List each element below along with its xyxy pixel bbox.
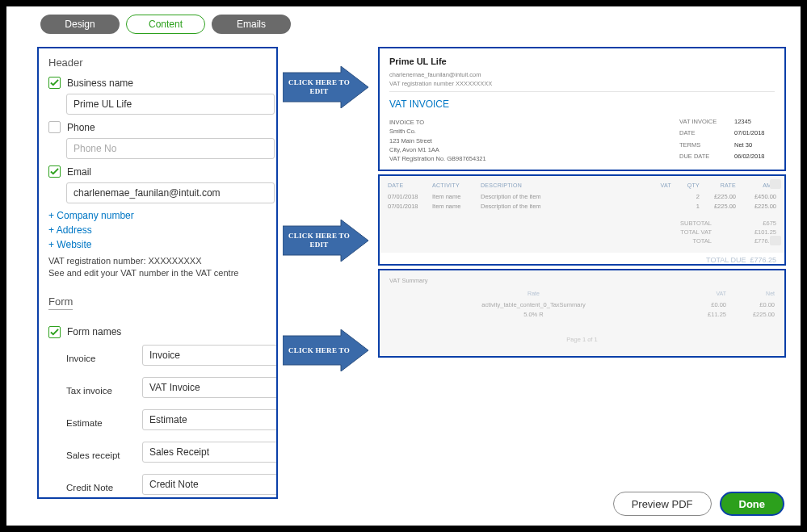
table-row: 07/01/2018 Item name Description of the …	[388, 203, 776, 210]
table-row: 07/01/2018 Item name Description of the …	[388, 193, 776, 200]
preview-doc-title: VAT INVOICE	[389, 98, 775, 110]
add-website-link[interactable]: + Website	[48, 239, 267, 250]
phone-checkbox[interactable]	[48, 121, 61, 133]
invoice-name-label: Invoice	[66, 354, 134, 363]
footer-actions: Preview PDF Done	[613, 492, 784, 516]
estimate-name-label: Estimate	[66, 418, 134, 428]
arrow-label: CLICK HERE TO	[283, 329, 368, 371]
tab-content[interactable]: Content	[126, 15, 205, 34]
business-name-input[interactable]	[66, 94, 275, 115]
pager-text: Page 1 of 1	[389, 336, 775, 343]
tab-design[interactable]: Design	[40, 15, 120, 34]
done-button[interactable]: Done	[720, 492, 785, 516]
sales-receipt-name-input[interactable]	[142, 442, 278, 463]
arrow-label: CLICK HERE TO EDIT	[283, 220, 368, 262]
table-row: 5.0% R £11.25 £225.00	[389, 311, 775, 318]
email-input[interactable]	[66, 182, 275, 203]
credit-note-name-input[interactable]	[142, 474, 278, 495]
pencil-icon[interactable]	[770, 179, 781, 189]
arrow-icon: CLICK HERE TO EDIT	[283, 220, 368, 262]
arrow-label: CLICK HERE TO EDIT	[283, 66, 368, 108]
preview-company: Prime UL Life	[389, 57, 775, 66]
business-name-checkbox[interactable]	[48, 77, 61, 89]
preview-email-line: charlenemae_faunilan@intuit.com	[389, 71, 775, 80]
vat-helper-text: VAT registration number: XXXXXXXXX See a…	[48, 255, 267, 279]
email-label: Email	[67, 166, 91, 178]
form-names-checkbox[interactable]	[48, 326, 61, 338]
preview-table-box[interactable]: DATE ACTIVITY DESCRIPTION VAT QTY RATE A…	[378, 174, 786, 266]
preview-billto: INVOICE TO Smith Co. 123 Main Street Cit…	[389, 118, 486, 163]
phone-label: Phone	[67, 122, 95, 133]
arrow-icon: CLICK HERE TO	[283, 329, 368, 371]
preview-summary-box[interactable]: VAT Summary Rate VAT Net activity_table_…	[378, 269, 786, 358]
tax-invoice-name-input[interactable]	[142, 377, 278, 398]
invoice-name-input[interactable]	[142, 345, 278, 366]
tax-invoice-name-label: Tax invoice	[66, 386, 134, 396]
preview-vat-line: VAT registration number XXXXXXXXX	[389, 80, 775, 89]
phone-input[interactable]	[66, 138, 275, 159]
form-names-label: Form names	[67, 326, 121, 337]
add-address-link[interactable]: + Address	[48, 224, 267, 236]
table-row: activity_table_content_0_TaxSummary £0.0…	[389, 301, 775, 308]
preview-total-due: TOTAL DUE £776.25	[380, 256, 784, 264]
header-section-title: Header	[48, 57, 267, 69]
form-section-title: Form	[48, 295, 73, 310]
add-company-number-link[interactable]: + Company number	[48, 210, 267, 221]
tab-bar: Design Content Emails	[6, 6, 801, 40]
pencil-icon[interactable]	[770, 236, 781, 245]
business-name-label: Business name	[67, 77, 133, 89]
sales-receipt-name-label: Sales receipt	[66, 450, 134, 460]
preview-header-box[interactable]: Prime UL Life charlenemae_faunilan@intui…	[378, 47, 786, 171]
credit-note-name-label: Credit Note	[66, 483, 134, 492]
invoice-preview: Prime UL Life charlenemae_faunilan@intui…	[378, 47, 786, 361]
tab-emails[interactable]: Emails	[212, 15, 291, 34]
estimate-name-input[interactable]	[142, 409, 278, 430]
arrow-icon: CLICK HERE TO EDIT	[283, 66, 368, 108]
settings-panel: Header Business name Phone Email + Compa…	[37, 47, 278, 499]
vat-summary-title: VAT Summary	[389, 277, 775, 284]
editor-window: Design Content Emails Header Business na…	[6, 6, 801, 526]
email-checkbox[interactable]	[48, 165, 61, 178]
preview-pdf-button[interactable]: Preview PDF	[613, 492, 712, 516]
preview-meta-grid: VAT INVOICE12345 DATE07/01/2018 TERMSNet…	[679, 118, 775, 163]
